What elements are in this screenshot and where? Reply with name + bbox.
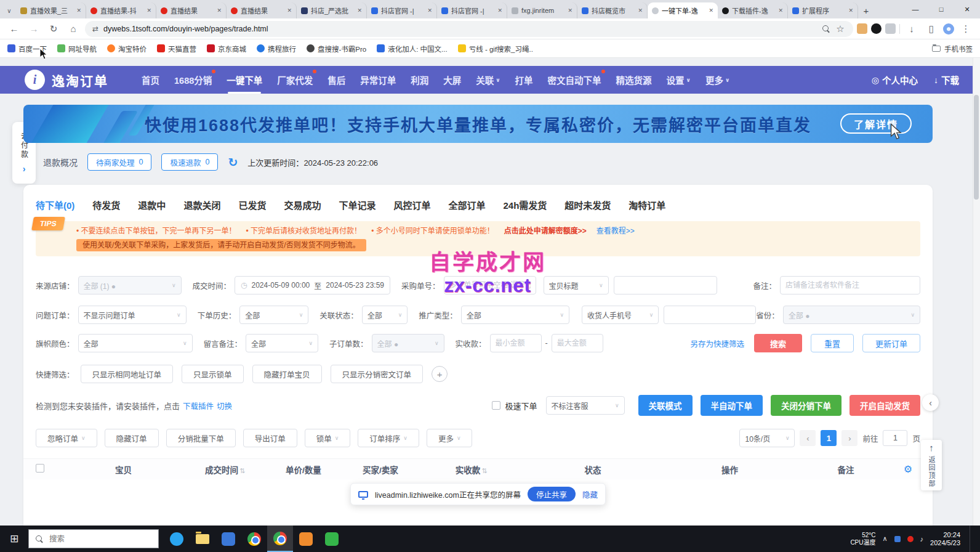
browser-tab[interactable]: 直播结果✕ bbox=[156, 2, 227, 18]
tab-shipped[interactable]: 已发货 bbox=[238, 198, 266, 211]
next-page-button[interactable]: › bbox=[841, 430, 857, 446]
sort-icon[interactable]: ⇅ bbox=[481, 467, 487, 474]
quick-filter-locked-only[interactable]: 只显示锁单 bbox=[182, 365, 244, 383]
quick-filter-same-address[interactable]: 只显示相同地址订单 bbox=[81, 365, 174, 383]
promo-type-select[interactable]: 全部∨ bbox=[461, 306, 569, 324]
notification-center-button[interactable] bbox=[970, 526, 976, 552]
relation-status-select[interactable]: 全部∨ bbox=[362, 306, 408, 324]
stop-sharing-button[interactable]: 停止共享 bbox=[528, 487, 576, 501]
page-size-select[interactable]: 10条/页∨ bbox=[739, 429, 795, 447]
taskbar-search-input[interactable] bbox=[48, 534, 152, 544]
taskbar-app-explorer[interactable] bbox=[190, 526, 215, 552]
nav-item-settings[interactable]: 设置∨ bbox=[667, 66, 691, 94]
address-bar[interactable]: ⇄ dywebs.1tsoft.com/douyin-web/pages/tra… bbox=[85, 21, 853, 37]
taskbar-app-green[interactable] bbox=[319, 526, 345, 552]
tab-all-orders[interactable]: 全部订单 bbox=[448, 198, 485, 211]
tray-expand-chevron-icon[interactable]: ∧ bbox=[883, 535, 888, 543]
nav-item-home[interactable]: 首页 bbox=[142, 66, 159, 94]
tab-close-icon[interactable]: ✕ bbox=[357, 7, 362, 14]
prev-page-button[interactable]: ‹ bbox=[800, 430, 816, 446]
receiver-phone-select[interactable]: 收货人手机号∨ bbox=[582, 306, 659, 324]
nav-item-more[interactable]: 更多∨ bbox=[705, 66, 729, 94]
tab-close-icon[interactable]: ✕ bbox=[217, 7, 222, 14]
tab-to-ship[interactable]: 待发货 bbox=[92, 198, 120, 211]
title-field-select[interactable]: 宝贝标题∨ bbox=[544, 276, 609, 294]
tray-app-icon-red[interactable] bbox=[907, 536, 914, 542]
browser-menu-icon[interactable]: ⋮ bbox=[958, 21, 974, 37]
zoom-icon[interactable] bbox=[822, 25, 830, 33]
reset-button[interactable]: 重置 bbox=[811, 334, 854, 352]
header-deal-time[interactable]: 成交时间⇅ bbox=[183, 463, 267, 476]
tray-volume-icon[interactable]: ♪ bbox=[920, 535, 924, 543]
browser-tab[interactable]: 下载插件-逸✕ bbox=[718, 2, 788, 18]
tab-close-icon[interactable]: ✕ bbox=[638, 7, 643, 14]
taskbar-app-messenger[interactable] bbox=[164, 526, 190, 552]
po-number-input[interactable] bbox=[444, 276, 536, 294]
refresh-icon[interactable]: ↻ bbox=[228, 155, 238, 169]
nav-item-relation[interactable]: 关联∨ bbox=[476, 66, 500, 94]
province-select[interactable]: 全部 ●∨ bbox=[783, 306, 920, 324]
taskbar-app-chrome-active[interactable] bbox=[267, 526, 293, 552]
message-note-select[interactable]: 全部∨ bbox=[246, 334, 318, 352]
home-button[interactable]: ⌂ bbox=[65, 21, 81, 37]
hide-order-button[interactable]: 隐藏订单 bbox=[105, 429, 159, 447]
pending-merchant-button[interactable]: 待商家处理0 bbox=[87, 153, 151, 171]
taskbar-search[interactable] bbox=[28, 529, 159, 548]
download-button[interactable]: ↓下载 bbox=[934, 73, 959, 86]
profile-avatar[interactable]: ☻ bbox=[943, 23, 954, 34]
auto-ship-button[interactable]: 开启自动发货 bbox=[849, 395, 920, 416]
fast-order-checkbox-group[interactable]: 极速下单 bbox=[492, 400, 537, 412]
bookmark-item[interactable]: 京东商城 bbox=[207, 44, 246, 54]
window-maximize-button[interactable]: □ bbox=[928, 0, 954, 18]
receiver-phone-input[interactable] bbox=[664, 306, 756, 324]
browser-tab[interactable]: 直播结果-抖✕ bbox=[86, 2, 156, 18]
extension-tampermonkey-icon[interactable] bbox=[857, 23, 867, 34]
sort-icon[interactable]: ⇅ bbox=[239, 467, 245, 474]
order-sort-button[interactable]: 订单排序∨ bbox=[358, 429, 419, 447]
tab-24h-ship[interactable]: 24h需发货 bbox=[503, 198, 547, 211]
current-page[interactable]: 1 bbox=[821, 430, 837, 446]
time-from[interactable]: 2024-05-09 00:00 bbox=[252, 281, 310, 290]
app-brand[interactable]: i 逸淘订单 bbox=[25, 70, 108, 90]
quick-filter-cipher-only[interactable]: 只显示分销密文订单 bbox=[331, 365, 424, 383]
sidebar-icon[interactable]: ▯ bbox=[923, 21, 939, 37]
hide-toast-link[interactable]: 隐藏 bbox=[582, 489, 598, 500]
tab-taote[interactable]: 淘特订单 bbox=[629, 198, 665, 211]
downloads-icon[interactable]: ↓ bbox=[904, 21, 920, 37]
nav-item-cipher-auto[interactable]: 密文自动下单 bbox=[548, 66, 601, 94]
extension-square-icon[interactable] bbox=[885, 23, 896, 34]
browser-tab[interactable]: 抖店_严选批✕ bbox=[297, 2, 367, 18]
order-history-select[interactable]: 全部∨ bbox=[239, 306, 308, 324]
batch-distribution-button[interactable]: 分销批量下单 bbox=[166, 429, 236, 447]
store-select[interactable]: 全部 (1) ●∨ bbox=[78, 276, 182, 294]
deal-time-range[interactable]: ◷ 2024-05-09 00:00 至 2024-05-23 23:59 bbox=[235, 276, 390, 294]
tab-refunding[interactable]: 退款中 bbox=[138, 198, 166, 211]
semi-auto-order-button[interactable]: 半自动下单 bbox=[701, 395, 763, 416]
extension-dark-icon[interactable] bbox=[871, 23, 882, 34]
download-plugin-link[interactable]: 下载插件 bbox=[183, 400, 214, 412]
save-quick-filter-link[interactable]: 另存为快捷筛选 bbox=[690, 338, 744, 349]
view-tutorial-link[interactable]: 查看教程>> bbox=[596, 225, 635, 237]
bookmark-item[interactable]: 天猫直营 bbox=[157, 44, 196, 54]
url-text[interactable]: dywebs.1tsoft.com/douyin-web/pages/trade… bbox=[103, 25, 817, 33]
export-orders-button[interactable]: 导出订单 bbox=[243, 429, 297, 447]
update-orders-button[interactable]: 更新订单 bbox=[862, 334, 920, 352]
nav-item-one-key-order[interactable]: 一键下单 bbox=[227, 66, 262, 94]
back-to-top-button[interactable]: ↑ 返回顶部 bbox=[921, 440, 942, 490]
switch-link[interactable]: 切换 bbox=[217, 400, 232, 412]
tab-order-history[interactable]: 下单记录 bbox=[339, 198, 376, 211]
new-tab-button[interactable]: + bbox=[858, 2, 874, 18]
browser-tab[interactable]: 抖店官网 -|✕ bbox=[437, 2, 507, 18]
nav-item-bigscreen[interactable]: 大屏 bbox=[443, 66, 461, 94]
tab-close-icon[interactable]: ✕ bbox=[287, 7, 292, 14]
nav-item-supply[interactable]: 精选货源 bbox=[616, 66, 652, 94]
tab-search-icon[interactable]: ∨ bbox=[2, 2, 16, 18]
lock-order-button[interactable]: 锁单∨ bbox=[305, 429, 351, 447]
bookmark-item[interactable]: 携程旅行 bbox=[257, 44, 296, 54]
tab-pending-order[interactable]: 待下单(0) bbox=[36, 198, 74, 211]
close-distribution-button[interactable]: 关闭分销下单 bbox=[771, 395, 841, 416]
flag-color-select[interactable]: 全部∨ bbox=[78, 334, 193, 352]
scrollbar-thumb[interactable] bbox=[974, 95, 979, 200]
problem-order-select[interactable]: 不显示问题订单∨ bbox=[78, 306, 187, 324]
fast-refund-button[interactable]: 极速退款0 bbox=[161, 153, 218, 171]
